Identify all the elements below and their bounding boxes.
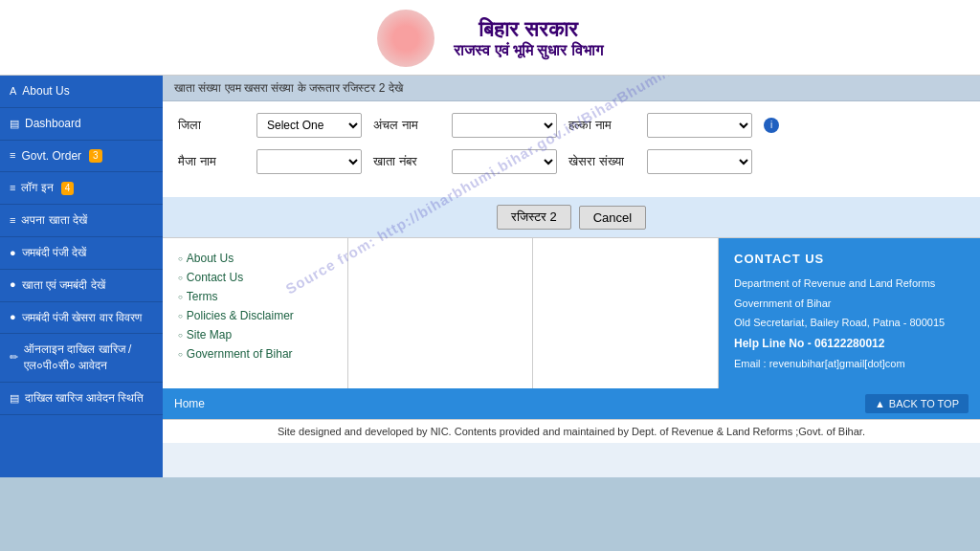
site-subtitle: राजस्व एवं भूमि सुधार विभाग	[454, 42, 603, 59]
sidebar-label-khata-jamabandi: खाता एवं जमबंदी देखें	[22, 277, 105, 294]
form-actions: रजिस्टर 2 Cancel	[163, 197, 980, 237]
anchal-select[interactable]	[452, 113, 557, 138]
register-button[interactable]: रजिस्टर 2	[497, 205, 571, 230]
breadcrumb: खाता संख्या एवम खसरा संख्या के जरूतार रज…	[163, 76, 980, 101]
bottom-bar: Home ▲ BACK TO TOP	[163, 388, 980, 419]
contact-line1: Department of Revenue and Land Reforms	[734, 276, 965, 292]
contact-line3: Old Secretariat, Bailey Road, Patna - 80…	[734, 315, 965, 331]
login-badge: 4	[61, 182, 75, 195]
khasra-icon: ●	[10, 310, 16, 324]
contact-email: Email : revenubihar[at]gmail[dot]com	[734, 356, 965, 372]
sidebar-label-online-dakhil: ऑनलाइन दाखिल खारिज / एल०पी०सी० आवेदन	[24, 342, 153, 374]
footer-nav-about[interactable]: About Us	[178, 252, 332, 265]
district-select[interactable]: Select One	[256, 113, 362, 138]
govt-order-badge: 3	[89, 149, 102, 163]
footer-nav-terms[interactable]: Terms	[178, 290, 332, 303]
contact-box: CONTACT US Department of Revenue and Lan…	[719, 238, 980, 388]
footer-nav-sitemap[interactable]: Site Map	[178, 328, 332, 342]
district-label: जिला	[178, 118, 245, 133]
govt-order-icon: ≡	[10, 148, 15, 163]
sidebar-item-about[interactable]: A About Us	[0, 76, 163, 108]
hatka-label: हल्का नाम	[568, 118, 635, 133]
khasra-label: खेसरा संख्या	[568, 154, 635, 169]
mauza-label: मैजा नाम	[178, 154, 245, 169]
back-to-top-button[interactable]: ▲ BACK TO TOP	[865, 394, 969, 413]
khata-label: खाता नंबर	[373, 154, 440, 169]
page-footer: Site designed and developed by NIC. Cont…	[163, 419, 980, 443]
content-area: Source from: http://biharbhumi.bihar.gov…	[163, 76, 980, 477]
mauza-select[interactable]	[256, 149, 362, 174]
sidebar-label-login: लॉग इन	[21, 180, 53, 196]
khata-select[interactable]	[452, 149, 557, 174]
khata-icon: ●	[10, 277, 16, 292]
footer-text: Site designed and developed by NIC. Cont…	[278, 426, 865, 437]
cancel-button[interactable]: Cancel	[579, 206, 646, 230]
form-row-2: मैजा नाम खाता नंबर खेसरा संख्या	[178, 149, 965, 174]
sidebar-item-account[interactable]: ≡ अपना खाता देखें	[0, 205, 163, 237]
footer-nav-policies[interactable]: Policies & Disclaimer	[178, 309, 332, 322]
logo	[377, 10, 434, 67]
page-header: बिहार सरकार राजस्व एवं भूमि सुधार विभाग	[0, 0, 980, 76]
login-icon: ≡	[10, 181, 15, 195]
contact-line2: Government of Bihar	[734, 296, 965, 312]
account-icon: ≡	[10, 213, 15, 228]
khasra-select[interactable]	[647, 149, 752, 174]
contact-helpline: Help Line No - 06122280012	[734, 335, 965, 352]
form-row-1: जिला Select One अंचल नाम हल्का नाम i	[178, 113, 965, 138]
footer-nav-gov[interactable]: Government of Bihar	[178, 347, 332, 361]
sidebar-label-about: About Us	[22, 83, 69, 99]
footer-nav-col-2	[348, 238, 534, 388]
sidebar-label-govt-order: Govt. Order	[21, 148, 81, 165]
info-icon[interactable]: i	[764, 118, 779, 133]
sidebar-item-online-dakhil[interactable]: ✏ ऑनलाइन दाखिल खारिज / एल०पी०सी० आवेदन	[0, 334, 163, 383]
footer-nav-contact[interactable]: Contact Us	[178, 271, 332, 284]
header-text: बिहार सरकार राजस्व एवं भूमि सुधार विभाग	[454, 17, 603, 59]
sidebar-item-jamabandi[interactable]: ● जमबंदी पंजी देखें	[0, 237, 163, 270]
sidebar-item-login[interactable]: ≡ लॉग इन 4	[0, 172, 163, 205]
sidebar-label-khasra: जमबंदी पंजी खेसरा वार विवरण	[22, 310, 142, 326]
contact-title: CONTACT US	[734, 252, 965, 266]
sidebar-label-dashboard: Dashboard	[25, 116, 81, 132]
site-title: बिहार सरकार	[454, 17, 603, 42]
sidebar-label-account: अपना खाता देखें	[21, 212, 87, 229]
dakhil-icon: ✏	[10, 350, 18, 364]
footer-nav-col-1: About Us Contact Us Terms Policies & Dis…	[163, 238, 348, 388]
footer-nav-col-3	[533, 238, 719, 388]
sidebar-label-jamabandi: जमबंदी पंजी देखें	[22, 245, 87, 261]
sidebar-item-govt-order[interactable]: ≡ Govt. Order 3	[0, 141, 163, 173]
footer-nav-list: About Us Contact Us Terms Policies & Dis…	[178, 252, 332, 361]
arrow-up-icon: ▲	[875, 398, 885, 409]
jamabandi-icon: ●	[10, 246, 16, 260]
dakhil-status-icon: ▤	[10, 391, 19, 406]
form-section: जिला Select One अंचल नाम हल्का नाम i	[163, 101, 980, 197]
dashboard-icon: ▤	[10, 117, 19, 131]
about-icon: A	[10, 84, 16, 99]
content-wrapper: Source from: http://biharbhumi.bihar.gov…	[163, 76, 980, 443]
hatka-select[interactable]	[647, 113, 752, 138]
sidebar-label-dakhil-status: दाखिल खारिज आवेदन स्थिति	[25, 390, 144, 407]
main-layout: A About Us ▤ Dashboard ≡ Govt. Order 3 ≡…	[0, 76, 980, 477]
sidebar-item-dakhil-status[interactable]: ▤ दाखिल खारिज आवेदन स्थिति	[0, 383, 163, 415]
sidebar-item-khata-jamabandi[interactable]: ● खाता एवं जमबंदी देखें	[0, 270, 163, 302]
anchal-label: अंचल नाम	[373, 118, 440, 133]
home-link[interactable]: Home	[174, 397, 205, 410]
sidebar-item-dashboard[interactable]: ▤ Dashboard	[0, 108, 163, 141]
back-to-top-label: BACK TO TOP	[889, 398, 959, 409]
sidebar: A About Us ▤ Dashboard ≡ Govt. Order 3 ≡…	[0, 76, 163, 477]
sidebar-item-khasra[interactable]: ● जमबंदी पंजी खेसरा वार विवरण	[0, 302, 163, 335]
footer-nav: About Us Contact Us Terms Policies & Dis…	[163, 237, 980, 388]
